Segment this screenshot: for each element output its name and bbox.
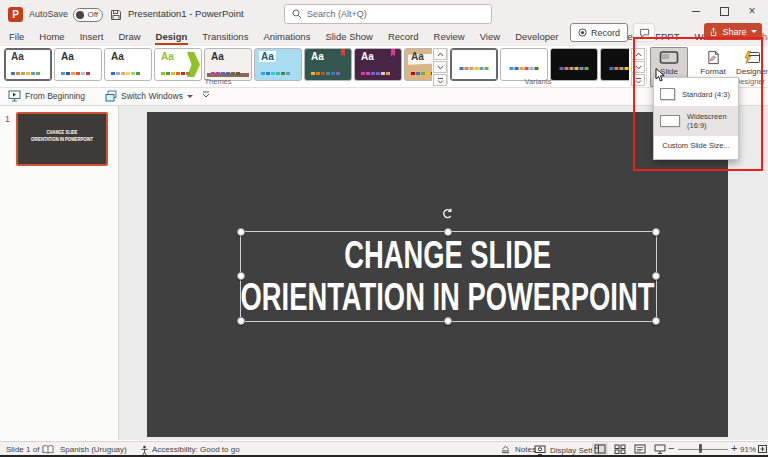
- theme-item-5[interactable]: Aa: [204, 48, 252, 81]
- autosave-toggle[interactable]: Off: [73, 8, 103, 22]
- search-placeholder: Search (Alt+Q): [307, 9, 367, 19]
- reading-view-button[interactable]: [632, 443, 648, 455]
- rotation-handle[interactable]: [441, 207, 454, 225]
- menu-item-custom-slide-size[interactable]: Custom Slide Size...: [654, 136, 738, 155]
- slide-title-line1: CHANGE SLIDE: [344, 234, 551, 276]
- normal-view-button[interactable]: [592, 443, 608, 455]
- tab-design[interactable]: Design: [155, 28, 189, 45]
- slide-indicator[interactable]: Slide 1 of 1: [6, 445, 46, 454]
- group-divider: [447, 48, 448, 84]
- tab-draw[interactable]: Draw: [117, 28, 141, 45]
- designer-icon: [743, 49, 761, 65]
- from-beginning-button[interactable]: From Beginning: [8, 90, 85, 102]
- theme-aa-sample: Aa: [211, 51, 224, 62]
- theme-item-7[interactable]: Aa: [304, 48, 352, 81]
- switch-windows-label: Switch Windows: [121, 91, 183, 101]
- switch-windows-button[interactable]: Switch Windows: [105, 90, 193, 102]
- language-indicator[interactable]: Spanish (Uruguay): [60, 445, 127, 454]
- comments-button[interactable]: [633, 23, 655, 42]
- tab-slide-show[interactable]: Slide Show: [324, 28, 374, 45]
- tab-home[interactable]: Home: [38, 28, 65, 45]
- slide-size-icon: [659, 49, 679, 65]
- share-button[interactable]: Share: [704, 23, 762, 40]
- tab-record[interactable]: Record: [387, 28, 420, 45]
- selection-handle[interactable]: [237, 272, 245, 280]
- variants-scroll-down-button[interactable]: [631, 61, 645, 73]
- slide-1-thumbnail[interactable]: CHANGE SLIDE ORIENTATION IN POWERPOINT: [16, 112, 108, 166]
- record-icon: [578, 28, 587, 37]
- spell-check-icon[interactable]: [42, 445, 54, 454]
- tab-review[interactable]: Review: [433, 28, 466, 45]
- tab-insert[interactable]: Insert: [79, 28, 105, 45]
- fit-to-window-button[interactable]: [754, 443, 768, 455]
- selection-handle[interactable]: [652, 228, 660, 236]
- tab-animations[interactable]: Animations: [262, 28, 311, 45]
- selection-handle[interactable]: [652, 317, 660, 325]
- selection-handle[interactable]: [444, 317, 452, 325]
- themes-gallery: AaAaAaAaAaAaAaAaAa: [4, 48, 432, 81]
- maximize-button[interactable]: [712, 0, 736, 22]
- zoom-slider-track[interactable]: [678, 449, 728, 450]
- theme-item-9[interactable]: Aa: [404, 48, 432, 81]
- autosave-label: AutoSave: [29, 9, 68, 19]
- zoom-out-button[interactable]: −: [668, 442, 674, 454]
- tab-file[interactable]: File: [8, 28, 25, 45]
- from-beginning-label: From Beginning: [25, 91, 85, 101]
- ribbon-tab-bar: FileHomeInsertDrawDesignTransitionsAnima…: [0, 28, 768, 46]
- designer-label: Designer: [736, 67, 768, 76]
- customize-toolbar-button[interactable]: [202, 90, 210, 98]
- themes-scroll-up-button[interactable]: [433, 48, 447, 60]
- selection-handle[interactable]: [237, 228, 245, 236]
- switch-windows-icon: [105, 90, 117, 102]
- notes-button[interactable]: Notes: [500, 445, 536, 454]
- powerpoint-app-icon: P: [8, 7, 23, 22]
- minimize-button[interactable]: [684, 0, 708, 22]
- search-input[interactable]: Search (Alt+Q): [284, 4, 492, 24]
- tab-transitions[interactable]: Transitions: [201, 28, 249, 45]
- themes-scroll-down-button[interactable]: [433, 61, 447, 73]
- close-button[interactable]: ×: [740, 0, 764, 22]
- theme-item-8[interactable]: Aa: [354, 48, 402, 81]
- variants-gallery-scroll: [631, 48, 643, 86]
- slide-size-label-line1: Slide: [660, 67, 678, 76]
- tab-view[interactable]: View: [479, 28, 501, 45]
- theme-aa-sample: Aa: [259, 51, 276, 62]
- slideshow-view-button[interactable]: [652, 443, 668, 455]
- zoom-slider-thumb[interactable]: [699, 444, 702, 453]
- selection-handle[interactable]: [444, 228, 452, 236]
- format-background-label-line1: Format: [700, 67, 725, 76]
- theme-item-3[interactable]: Aa: [104, 48, 152, 81]
- group-divider: [646, 48, 647, 84]
- accessibility-status[interactable]: Accessibility: Good to go: [152, 445, 240, 454]
- variant-item-4[interactable]: [600, 48, 629, 81]
- slide-size-menu: Standard (4:3)Widescreen (16:9)Custom Sl…: [653, 77, 739, 160]
- zoom-in-button[interactable]: +: [731, 442, 737, 454]
- themes-more-button[interactable]: [433, 74, 447, 86]
- tab-developer[interactable]: Developer: [514, 28, 559, 45]
- theme-aa-sample: Aa: [61, 51, 74, 62]
- tab-fppt[interactable]: FPPT: [654, 28, 680, 45]
- theme-aa-sample: Aa: [161, 51, 174, 62]
- slide-sorter-view-button[interactable]: [612, 443, 628, 455]
- variant-item-1[interactable]: [450, 48, 498, 81]
- menu-item-standard-4-3[interactable]: Standard (4:3): [654, 82, 738, 106]
- theme-item-2[interactable]: Aa: [54, 48, 102, 81]
- theme-item-1[interactable]: Aa: [4, 48, 52, 81]
- selection-handle[interactable]: [237, 317, 245, 325]
- variants-group-label: Variants: [498, 77, 578, 86]
- variants-more-button[interactable]: [631, 74, 645, 86]
- record-button-label: Record: [591, 28, 620, 38]
- menu-item-label: Standard (4:3): [682, 90, 730, 99]
- aspect-16-9-icon: [660, 115, 680, 127]
- theme-item-6[interactable]: Aa: [254, 48, 302, 81]
- slide-title: CHANGE SLIDE ORIENTATION IN POWERPOINT: [240, 231, 655, 320]
- menu-item-widescreen-16-9[interactable]: Widescreen (16:9): [654, 106, 738, 136]
- save-icon[interactable]: [110, 7, 122, 25]
- record-button[interactable]: Record: [570, 23, 628, 42]
- theme-aa-sample: Aa: [411, 51, 424, 62]
- menu-item-label: Widescreen (16:9): [687, 112, 732, 130]
- variants-scroll-up-button[interactable]: [631, 48, 645, 60]
- powerpoint-window: P AutoSave Off Presentation1 - PowerPoin…: [0, 0, 768, 457]
- selection-handle[interactable]: [652, 272, 660, 280]
- switch-windows-caret-icon: [187, 95, 193, 98]
